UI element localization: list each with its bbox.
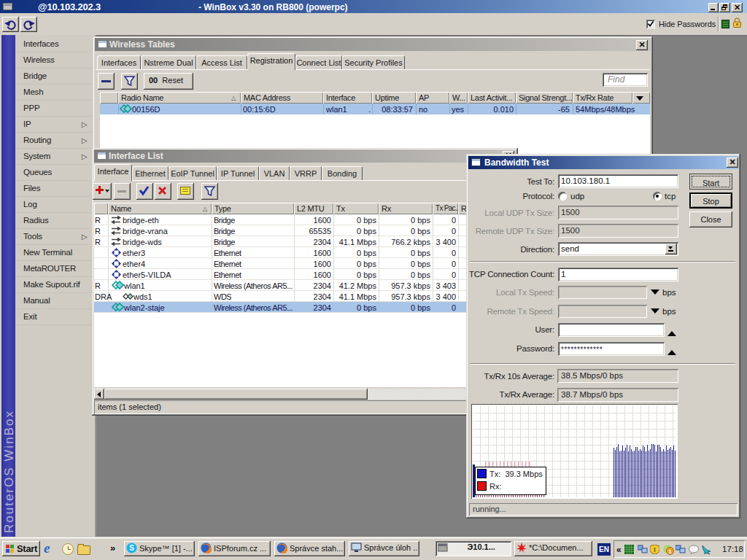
- svg-text:!: !: [654, 546, 656, 553]
- svg-text:1: 1: [668, 548, 672, 555]
- svg-text:S: S: [129, 544, 134, 552]
